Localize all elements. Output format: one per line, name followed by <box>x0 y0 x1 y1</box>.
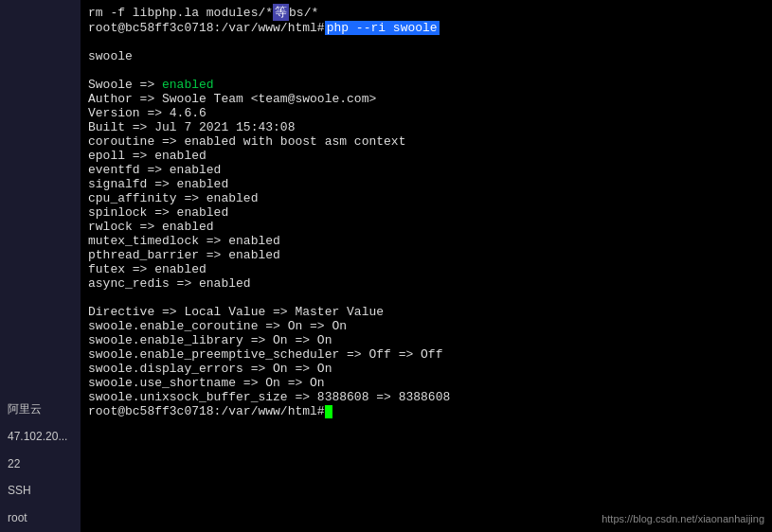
sidebar-item-port[interactable]: 22 <box>0 451 81 478</box>
sidebar-item-aliyun[interactable]: 阿里云 <box>0 396 81 423</box>
terminal-line-final-prompt: root@bc58ff3c0718:/var/www/html# <box>88 404 764 418</box>
highlight-modules: 等 <box>273 4 289 21</box>
terminal-line-rwlock: rwlock => enabled <box>88 220 764 234</box>
terminal-line-preemptive: swoole.enable_preemptive_scheduler => Of… <box>88 347 764 362</box>
terminal-line-rm: rm -f libphp.la modules/*等bs/* <box>88 4 764 21</box>
terminal-blank-3 <box>88 291 764 305</box>
terminal-line-unixsock: swoole.unixsock_buffer_size => 8388608 =… <box>88 390 764 404</box>
terminal-line-futex: futex => enabled <box>88 262 764 276</box>
terminal-line-eventfd: eventfd => enabled <box>88 163 764 177</box>
terminal-line-php-cmd: root@bc58ff3c0718:/var/www/html# php --r… <box>88 21 764 35</box>
terminal-line-swoole-enabled: Swoole => enabled <box>88 78 764 92</box>
terminal-line-version: Version => 4.6.6 <box>88 106 764 120</box>
terminal-line-pthread: pthread_barrier => enabled <box>88 248 764 262</box>
terminal-blank-1 <box>88 35 764 49</box>
sidebar-item-root[interactable]: root <box>0 505 81 532</box>
terminal-line-built: Built => Jul 7 2021 15:43:08 <box>88 120 764 134</box>
sidebar-item-ssh[interactable]: SSH <box>0 477 81 505</box>
terminal-cursor <box>325 405 332 418</box>
terminal-line-swoole-title: swoole <box>88 49 764 63</box>
terminal-line-async-redis: async_redis => enabled <box>88 276 764 291</box>
terminal-line-coroutine: coroutine => enabled with boost asm cont… <box>88 134 764 149</box>
terminal-line-cpu-affinity: cpu_affinity => enabled <box>88 191 764 205</box>
terminal-line-display-errors: swoole.display_errors => On => On <box>88 362 764 376</box>
terminal-blank-2 <box>88 63 764 78</box>
terminal-line-signalfd: signalfd => enabled <box>88 177 764 191</box>
terminal-line-directive-header: Directive => Local Value => Master Value <box>88 305 764 319</box>
terminal-window[interactable]: rm -f libphp.la modules/*等bs/* root@bc58… <box>81 0 772 532</box>
terminal-line-mutex: mutex_timedlock => enabled <box>88 234 764 248</box>
terminal-line-enable-coroutine: swoole.enable_coroutine => On => On <box>88 319 764 333</box>
terminal-line-shortname: swoole.use_shortname => On => On <box>88 376 764 390</box>
terminal-line-epoll: epoll => enabled <box>88 149 764 163</box>
terminal-line-spinlock: spinlock => enabled <box>88 205 764 220</box>
php-command-highlight: php --ri swoole <box>325 21 440 35</box>
sidebar-item-ip[interactable]: 47.102.20... <box>0 423 81 451</box>
terminal-line-author: Author => Swoole Team <team@swoole.com> <box>88 92 764 106</box>
watermark: https://blog.csdn.net/xiaonanhaijing <box>601 513 764 524</box>
terminal-line-enable-library: swoole.enable_library => On => On <box>88 333 764 347</box>
sidebar: 阿里云 47.102.20... 22 SSH root <box>0 0 81 532</box>
terminal-content: rm -f libphp.la modules/*等bs/* root@bc58… <box>88 4 764 418</box>
